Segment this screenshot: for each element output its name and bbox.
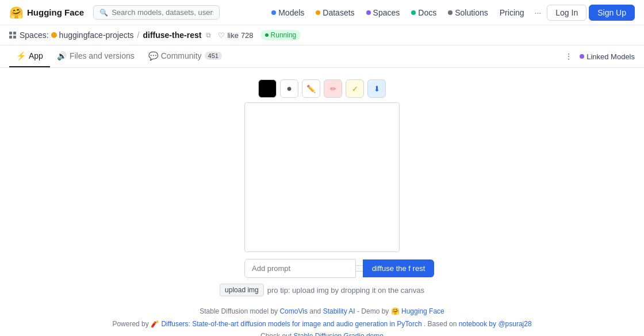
hugging-face-link[interactable]: Hugging Face	[401, 307, 444, 315]
upload-hint: upload img pro tip: upload img by droppi…	[220, 284, 424, 296]
community-badge: 451	[205, 52, 222, 60]
footer-line1: Stable Diffusion model by ComoVis and St…	[112, 306, 531, 318]
tab-app[interactable]: ⚡ App	[9, 45, 50, 67]
main-content: ● ✏️ ✏ ✓ ⬇ ⋮ diffuse the f rest upload i…	[0, 68, 644, 336]
breadcrumb-separator: /	[137, 30, 140, 40]
models-dot	[271, 10, 276, 15]
drawing-canvas[interactable]	[244, 102, 400, 252]
copy-icon[interactable]: ⧉	[206, 31, 211, 39]
download-icon: ⬇	[374, 85, 380, 93]
like-button[interactable]: ♡ like 728	[218, 31, 253, 40]
search-box[interactable]: 🔍	[93, 5, 220, 20]
eraser-icon: ✏	[330, 85, 336, 93]
nav-models-label: Models	[278, 8, 304, 17]
resize-handle: ⋮	[356, 265, 363, 272]
linked-models-dot	[580, 54, 584, 59]
like-label: like	[227, 31, 239, 40]
nav-spaces-label: Spaces	[373, 8, 400, 17]
running-status-badge: Running	[260, 30, 301, 40]
footer-emoji2: 🧨	[151, 320, 159, 328]
app-tab-icon: ⚡	[16, 51, 26, 60]
nav-datasets-label: Datasets	[323, 8, 354, 17]
svg-rect-1	[13, 32, 16, 35]
black-color-button[interactable]	[258, 79, 277, 98]
linked-models-label: Linked Models	[586, 52, 635, 61]
stability-ai-link[interactable]: Stability AI	[323, 307, 355, 315]
tabs-bar: ⚡ App 🔊 Files and versions 💬 Community 4…	[0, 45, 644, 68]
upload-img-button[interactable]: upload img	[220, 284, 264, 296]
tabs-more-button[interactable]: ⋮	[562, 49, 575, 63]
prompt-area: ⋮ diffuse the f rest	[244, 259, 400, 278]
footer-based-on: . Based on	[424, 320, 457, 328]
login-button[interactable]: Log In	[547, 5, 586, 21]
community-tab-icon: 💬	[148, 51, 158, 60]
solutions-dot	[448, 10, 453, 15]
gradio-link[interactable]: Stable Diffusion Gradio demo	[293, 332, 384, 336]
tab-community[interactable]: 💬 Community 451	[141, 45, 229, 67]
nav-docs-label: Docs	[418, 8, 436, 17]
tab-files[interactable]: 🔊 Files and versions	[50, 45, 141, 67]
footer-line2: Powered by 🧨 Diffusers: State-of-the-art…	[112, 318, 531, 331]
breadcrumb-org[interactable]: huggingface-projects	[51, 30, 134, 40]
datasets-dot	[316, 10, 320, 15]
marker-icon: ✓	[352, 85, 358, 93]
footer-check-out: Check out	[260, 332, 293, 336]
footer-demo-by: - Demo by	[357, 307, 391, 315]
docs-dot	[411, 10, 416, 15]
nav-item-docs[interactable]: Docs	[407, 6, 441, 20]
search-input[interactable]	[112, 8, 213, 17]
tabs-right: ⋮ Linked Models	[562, 49, 635, 63]
diffusers-link[interactable]: Diffusers: State-of-the-art diffusion mo…	[161, 320, 421, 328]
nav-pricing-label: Pricing	[500, 8, 524, 17]
nav-item-solutions[interactable]: Solutions	[443, 6, 493, 20]
app-tab-label: App	[29, 51, 43, 60]
footer-powered-by: Powered by	[112, 320, 151, 328]
svg-rect-2	[9, 36, 12, 39]
comovis-link[interactable]: ComoVis	[279, 307, 307, 315]
upload-hint-text: pro tip: upload img by dropping it on th…	[267, 286, 424, 295]
status-dot	[265, 33, 269, 37]
org-avatar	[51, 32, 57, 38]
heart-icon: ♡	[218, 31, 225, 40]
top-nav: 🤗 Hugging Face 🔍 Models Datasets Spaces …	[0, 0, 644, 25]
spaces-dot	[366, 10, 371, 15]
svg-rect-0	[9, 32, 12, 35]
spaces-grid-icon	[9, 32, 16, 39]
like-count: 728	[241, 31, 254, 40]
search-icon: 🔍	[99, 9, 108, 17]
svg-rect-3	[13, 36, 16, 39]
space-name[interactable]: diffuse-the-rest	[143, 30, 201, 40]
prompt-input[interactable]	[244, 259, 356, 278]
nav-item-spaces[interactable]: Spaces	[362, 6, 405, 20]
download-tool-button[interactable]: ⬇	[367, 79, 386, 98]
nav-item-datasets[interactable]: Datasets	[311, 6, 359, 20]
logo[interactable]: 🤗 Hugging Face	[9, 6, 84, 20]
org-name: huggingface-projects	[59, 30, 134, 40]
pencil-tool-button[interactable]: ✏️	[302, 79, 320, 98]
marker-tool-button[interactable]: ✓	[346, 79, 364, 98]
files-tab-label: Files and versions	[70, 51, 135, 60]
footer-and: and	[309, 307, 323, 315]
pencil-icon: ✏️	[306, 85, 316, 93]
logo-name: Hugging Face	[27, 7, 84, 17]
nav-more-button[interactable]: ···	[531, 6, 545, 20]
breadcrumb-bar: Spaces: huggingface-projects / diffuse-t…	[0, 25, 644, 45]
footer-stable-diffusion: Stable Diffusion model by	[200, 307, 279, 315]
canvas-toolbar: ● ✏️ ✏ ✓ ⬇	[258, 79, 386, 98]
notebook-link[interactable]: notebook by @psuraj28	[459, 320, 532, 328]
footer-hf-emoji: 🤗	[391, 307, 400, 315]
community-tab-label: Community	[161, 51, 202, 60]
signup-button[interactable]: Sign Up	[589, 5, 635, 21]
logo-emoji: 🤗	[9, 6, 24, 20]
footer: Stable Diffusion model by ComoVis and St…	[112, 306, 531, 336]
nav-item-pricing[interactable]: Pricing	[495, 6, 529, 20]
diffuse-button[interactable]: diffuse the f rest	[363, 259, 434, 277]
linked-models-button[interactable]: Linked Models	[580, 52, 635, 61]
brush-size-button[interactable]: ●	[280, 79, 298, 98]
nav-item-models[interactable]: Models	[267, 6, 309, 20]
nav-solutions-label: Solutions	[455, 8, 488, 17]
files-tab-icon: 🔊	[57, 51, 67, 60]
eraser-tool-button[interactable]: ✏	[324, 79, 342, 98]
breadcrumb-spaces-label: Spaces:	[20, 30, 49, 40]
nav-items: Models Datasets Spaces Docs Solutions Pr…	[267, 5, 635, 21]
